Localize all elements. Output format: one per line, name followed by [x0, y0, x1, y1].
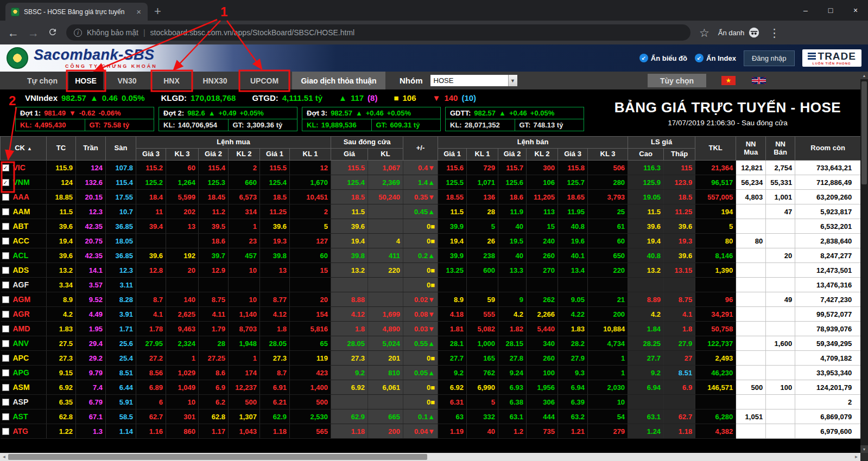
column-subheader: KL 2 [527, 149, 558, 161]
row-checkbox[interactable] [2, 428, 9, 435]
row-checkbox[interactable] [2, 223, 9, 230]
stock-symbol[interactable]: AGF [13, 280, 29, 289]
forward-button[interactable]: → [28, 27, 39, 39]
tab-close-icon[interactable]: × [135, 7, 142, 16]
row-checkbox[interactable] [2, 399, 9, 406]
login-button[interactable]: Đăng nhập [744, 50, 795, 66]
cell-nnm [736, 248, 766, 263]
row-checkbox[interactable] [2, 311, 9, 318]
site-logo[interactable]: Sacombank-SBS CÔNG TY CHỨNG KHOÁN [0, 47, 157, 69]
stock-symbol[interactable]: APG [13, 368, 29, 377]
browser-menu-button[interactable]: ⋮ [769, 27, 780, 39]
row-checkbox[interactable] [2, 384, 9, 391]
window-maximize-button[interactable]: □ [818, 0, 843, 21]
row-checkbox[interactable] [2, 340, 9, 347]
cell-nnb: 49 [766, 292, 795, 307]
stock-symbol[interactable]: ACL [13, 251, 29, 260]
english-flag-icon[interactable] [752, 76, 766, 85]
column-header-ck[interactable]: CK▲ [1, 137, 47, 161]
horizontal-scrollbar[interactable]: ◄ ► [0, 453, 860, 461]
cell-bg2: 6.38 [498, 395, 527, 409]
group-select[interactable]: HOSE ▼ [430, 75, 517, 86]
stock-symbol[interactable]: APC [13, 354, 29, 362]
tab-thoa-thuan[interactable]: Giao dịch thỏa thuận [292, 72, 385, 89]
cell-chg: 0■ [403, 263, 438, 278]
stock-symbol[interactable]: AST [13, 412, 28, 421]
scroll-left-icon[interactable]: ◄ [0, 453, 8, 461]
price-board-header: CK▲TCTrầnSànLệnh muaSau đóng cửa+/-Lệnh … [1, 137, 861, 161]
stock-symbol[interactable]: ABT [13, 222, 29, 230]
cell-mg1: 39.8 [260, 248, 290, 263]
cell-chg: 0■ [403, 380, 438, 395]
row-checkbox[interactable]: ✓ [2, 164, 9, 171]
cell-ck: AGM [1, 292, 47, 307]
tab-hnx[interactable]: HNX [153, 72, 190, 89]
browser-tab[interactable]: SBSC - HOSE Bảng giá trực tuyến × [5, 3, 148, 21]
tab-vn30[interactable]: VN30 [110, 72, 144, 89]
cell-mk3: 13 [166, 219, 199, 234]
stock-symbol[interactable]: ASP [13, 398, 29, 406]
cell-tkl: 1,390 [695, 263, 736, 278]
hide-chart-link[interactable]: ↙ Ẩn biểu đồ [639, 54, 687, 62]
bookmark-star-icon[interactable]: ☆ [699, 27, 709, 39]
session-price: 982.57 [331, 109, 352, 117]
cell-thap: 1.18 [664, 424, 695, 439]
options-button[interactable]: Tùy chọn [648, 74, 706, 87]
row-checkbox[interactable] [2, 325, 9, 332]
tab-upcom[interactable]: UPCOM [241, 72, 288, 89]
stock-symbol[interactable]: AGM [13, 295, 31, 304]
row-checkbox[interactable]: ✓ [2, 179, 9, 186]
tab-hose[interactable]: HOSE [68, 72, 103, 89]
cell-bg2: 1.82 [498, 322, 527, 336]
row-checkbox[interactable] [2, 267, 9, 274]
cell-chg: 0.03▼ [403, 322, 438, 336]
stock-symbol[interactable]: ASM [13, 383, 30, 392]
row-checkbox[interactable] [2, 252, 9, 259]
row-checkbox[interactable] [2, 194, 9, 201]
cell-bk2: 100 [527, 366, 558, 380]
tab-tu-chon[interactable]: Tự chọn [21, 72, 64, 89]
row-checkbox[interactable] [2, 296, 9, 303]
row-checkbox[interactable] [2, 369, 9, 376]
horizontal-scrollbar-thumb[interactable] [8, 454, 427, 460]
cell-ckl: 665 [368, 409, 403, 424]
stock-symbol[interactable]: ATG [13, 427, 29, 436]
stock-symbol[interactable]: ACC [13, 236, 29, 245]
table-row: ASP6.356.795.916106.25006.215000■6.3156.… [1, 395, 861, 409]
row-checkbox[interactable] [2, 208, 9, 215]
browser-tab-strip: SBSC - HOSE Bảng giá trực tuyến × + – □ … [0, 0, 868, 21]
sort-ascending-icon: ▲ [27, 146, 32, 151]
cell-mk3: 202 [166, 204, 199, 219]
vertical-scrollbar-thumb[interactable] [861, 81, 867, 184]
hide-index-link[interactable]: ↙ Ẩn Index [695, 54, 736, 62]
column-header-change: +/- [403, 137, 438, 161]
row-checkbox[interactable] [2, 238, 9, 245]
row-checkbox[interactable] [2, 355, 9, 362]
stock-symbol[interactable]: AAM [13, 207, 30, 216]
row-checkbox[interactable] [2, 413, 9, 420]
stock-symbol[interactable]: AAA [13, 193, 29, 201]
page-info-icon[interactable]: i [74, 29, 82, 37]
new-tab-button[interactable]: + [154, 5, 161, 17]
stock-symbol[interactable]: AMD [13, 324, 30, 333]
table-row: ACL39.642.3536.8539.619239.745739.86039.… [1, 248, 861, 263]
strade-logo[interactable]: TRADE LUÔN TIÊN PHONG [802, 49, 861, 67]
scroll-right-icon[interactable]: ► [852, 453, 860, 461]
row-checkbox[interactable] [2, 281, 9, 289]
address-bar[interactable]: i Không bảo mật | stockboard.sbsc.com.vn… [66, 24, 690, 41]
reload-button[interactable] [48, 27, 58, 39]
back-button[interactable]: ← [8, 27, 19, 39]
window-close-button[interactable]: × [843, 0, 868, 21]
scroll-down-icon[interactable]: ▼ [860, 445, 868, 453]
stock-symbol[interactable]: VIC [13, 163, 26, 172]
cell-tran: 29.4 [76, 336, 106, 351]
vertical-scrollbar[interactable]: ▲ ▼ [860, 72, 868, 453]
vietnam-flag-icon[interactable] [721, 76, 736, 85]
window-minimize-button[interactable]: – [793, 0, 818, 21]
stock-symbol[interactable]: ANV [13, 339, 29, 348]
stock-symbol[interactable]: VNM [13, 178, 30, 187]
stock-symbol[interactable]: ADS [13, 266, 29, 274]
scroll-up-icon[interactable]: ▲ [860, 72, 868, 79]
stock-symbol[interactable]: AGR [13, 310, 30, 318]
tab-hnx30[interactable]: HNX30 [195, 72, 235, 89]
